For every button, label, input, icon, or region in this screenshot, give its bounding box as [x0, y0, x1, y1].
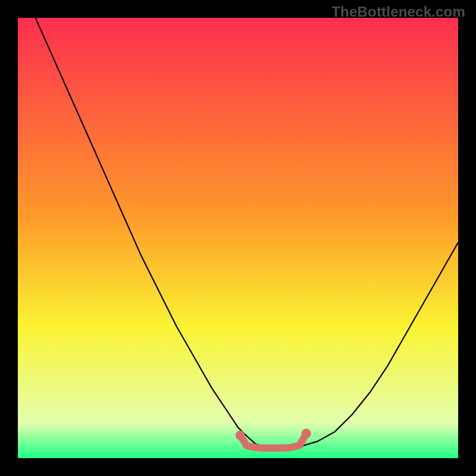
gradient-bg [18, 18, 458, 458]
chart-svg [18, 18, 458, 458]
chart-frame: TheBottleneck.com [0, 0, 476, 476]
highlight-dot [302, 429, 311, 439]
highlight-dot [236, 431, 245, 440]
plot-area [18, 18, 458, 458]
